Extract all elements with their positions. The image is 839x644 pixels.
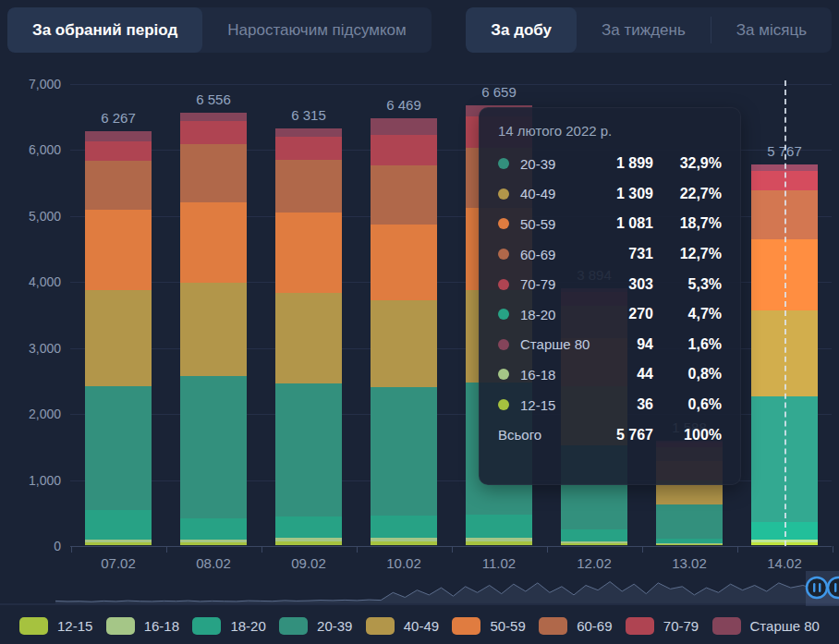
bar-segment-60-69[interactable] xyxy=(275,160,342,213)
bar-segment-12-15[interactable] xyxy=(561,543,627,545)
bar-segment-12-15[interactable] xyxy=(275,541,342,545)
bar-segment-Старше 80[interactable] xyxy=(180,113,247,121)
bar-segment-12-15[interactable] xyxy=(180,542,247,545)
tooltip-row-percent: 5,3% xyxy=(653,276,722,293)
x-axis-tick xyxy=(261,546,262,553)
x-axis-ticks xyxy=(70,546,832,553)
crosshair-dashed-line xyxy=(784,80,786,546)
bar-segment-Старше 80[interactable] xyxy=(275,128,342,137)
tooltip-row-value: 270 xyxy=(555,306,653,322)
tooltip-row: Всього5 767100% xyxy=(498,419,722,450)
legend-label: 50-59 xyxy=(490,618,525,634)
bar-segment-18-20[interactable] xyxy=(561,529,627,541)
bar-segment-50-59[interactable] xyxy=(180,202,247,284)
tab-cumulative-total[interactable]: Наростаючим підсумком xyxy=(202,7,432,53)
bar-segment-18-20[interactable] xyxy=(180,518,247,540)
bar-segment-70-79[interactable] xyxy=(180,121,247,144)
legend-item-18-20[interactable]: 18-20 xyxy=(192,617,265,635)
tooltip-row: 60-6973112,7% xyxy=(498,239,722,270)
tooltip-row-value: 94 xyxy=(590,336,653,353)
bar-segment-18-20[interactable] xyxy=(85,510,152,539)
legend-item-60-69[interactable]: 60-69 xyxy=(539,617,612,635)
legend-item-12-15[interactable]: 12-15 xyxy=(19,617,92,635)
bar-segment-20-39[interactable] xyxy=(656,504,723,539)
navigator-handle-left[interactable] xyxy=(807,577,827,598)
y-axis-tick-label: 1,000 xyxy=(0,473,61,488)
tooltip-row-label: 18-20 xyxy=(520,307,555,322)
tooltip-row-percent: 4,7% xyxy=(653,306,722,322)
bar-segment-70-79[interactable] xyxy=(371,135,437,165)
legend-item-20-39[interactable]: 20-39 xyxy=(279,617,352,635)
bar-segment-50-59[interactable] xyxy=(371,225,437,299)
bar-segment-40-49[interactable] xyxy=(371,300,437,388)
bar-segment-20-39[interactable] xyxy=(180,376,247,518)
bar-segment-60-69[interactable] xyxy=(180,144,247,202)
x-axis-tick xyxy=(737,546,738,553)
bar-segment-60-69[interactable] xyxy=(85,161,152,210)
navigator-handle-right[interactable] xyxy=(828,577,839,598)
granularity-tabs: За добу За тиждень За місяць xyxy=(466,7,832,53)
bar-segment-12-15[interactable] xyxy=(656,544,723,545)
tooltip-row-label: 16-18 xyxy=(520,367,555,383)
y-axis-tick-label: 4,000 xyxy=(0,274,61,289)
legend-item-50-59[interactable]: 50-59 xyxy=(452,617,525,635)
legend-label: Старше 80 xyxy=(750,618,820,634)
tab-per-week[interactable]: За тиждень xyxy=(577,7,711,53)
y-axis-tick-label: 0 xyxy=(0,539,61,553)
range-navigator[interactable] xyxy=(0,571,839,608)
period-mode-tabs: За обраний період Наростаючим підсумком xyxy=(7,7,432,53)
tooltip-row-value: 5 767 xyxy=(541,427,653,444)
tab-per-day[interactable]: За добу xyxy=(466,7,577,53)
bar-segment-20-39[interactable] xyxy=(371,387,437,515)
bar-segment-20-39[interactable] xyxy=(85,386,152,510)
tooltip-row-percent: 12,7% xyxy=(653,246,722,262)
tooltip-row-label: 70-79 xyxy=(520,276,555,292)
y-axis-labels: 01,0002,0003,0004,0005,0006,0007,000 xyxy=(0,84,61,546)
legend-item-70-79[interactable]: 70-79 xyxy=(626,617,699,635)
x-axis-tick-label: 14.02 xyxy=(752,555,817,571)
legend-swatch-icon xyxy=(539,617,567,635)
stacked-bar-10.02[interactable] xyxy=(371,118,437,545)
legend-item-40-49[interactable]: 40-49 xyxy=(366,617,439,635)
bar-segment-18-20[interactable] xyxy=(371,516,437,538)
tab-per-month[interactable]: За місяць xyxy=(711,7,832,53)
legend-item-16-18[interactable]: 16-18 xyxy=(106,617,179,635)
bar-segment-18-20[interactable] xyxy=(275,516,342,538)
bar-segment-Старше 80[interactable] xyxy=(85,131,152,141)
x-axis-tick-label: 07.02 xyxy=(86,555,151,571)
stacked-bar-08.02[interactable] xyxy=(180,113,247,545)
x-axis-tick-label: 13.02 xyxy=(657,555,722,571)
tooltip-row: 20-391 89932,9% xyxy=(498,149,722,179)
bar-segment-Старше 80[interactable] xyxy=(371,118,437,135)
bar-segment-12-15[interactable] xyxy=(371,541,437,545)
bar-segment-70-79[interactable] xyxy=(275,137,342,161)
bar-segment-12-15[interactable] xyxy=(85,542,152,545)
y-axis-tick-label: 2,000 xyxy=(0,407,61,421)
x-axis-tick xyxy=(166,546,167,553)
legend-item-Старше 80[interactable]: Старше 80 xyxy=(712,617,820,635)
bar-segment-50-59[interactable] xyxy=(275,213,342,293)
legend-label: 70-79 xyxy=(663,618,699,634)
x-axis-tick xyxy=(71,546,72,553)
stacked-bar-07.02[interactable] xyxy=(85,131,152,545)
bar-segment-40-49[interactable] xyxy=(180,283,247,376)
tooltip-row: 12-15360,6% xyxy=(498,390,722,420)
bar-segment-60-69[interactable] xyxy=(371,165,437,225)
bar-segment-12-15[interactable] xyxy=(466,541,532,545)
x-axis-tick xyxy=(452,546,453,553)
y-axis-tick-label: 6,000 xyxy=(0,142,61,157)
tab-selected-period[interactable]: За обраний період xyxy=(7,7,202,53)
tooltip-row-value: 44 xyxy=(555,366,653,383)
bar-segment-70-79[interactable] xyxy=(85,141,152,161)
bar-segment-20-39[interactable] xyxy=(275,383,342,516)
stacked-bar-09.02[interactable] xyxy=(275,128,342,545)
legend-label: 12-15 xyxy=(57,618,92,634)
bar-segment-40-49[interactable] xyxy=(85,290,152,386)
bar-segment-18-20[interactable] xyxy=(466,515,532,538)
x-axis-tick-label: 08.02 xyxy=(181,555,246,571)
series-color-dot-icon xyxy=(498,399,509,410)
bar-segment-50-59[interactable] xyxy=(85,210,152,290)
tooltip-date-title: 14 лютого 2022 р. xyxy=(498,123,722,139)
bar-segment-40-49[interactable] xyxy=(275,293,342,383)
tooltip-row-percent: 18,7% xyxy=(653,215,722,232)
